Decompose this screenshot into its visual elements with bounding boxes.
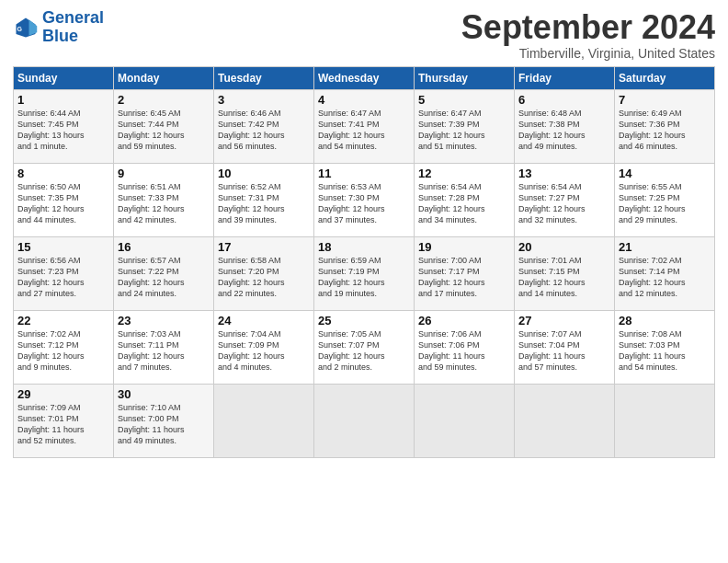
- day-number: 11: [318, 167, 410, 180]
- table-row: [615, 384, 715, 457]
- table-row: 3Sunrise: 6:46 AM Sunset: 7:42 PM Daylig…: [214, 89, 314, 163]
- day-number: 7: [619, 93, 711, 107]
- table-row: 7Sunrise: 6:49 AM Sunset: 7:36 PM Daylig…: [615, 89, 715, 163]
- cell-content: Sunrise: 6:52 AM Sunset: 7:31 PM Dayligh…: [218, 181, 310, 226]
- location-subtitle: Timberville, Virginia, United States: [461, 46, 715, 61]
- cell-content: Sunrise: 6:47 AM Sunset: 7:41 PM Dayligh…: [318, 108, 410, 153]
- cell-content: Sunrise: 6:54 AM Sunset: 7:27 PM Dayligh…: [518, 181, 610, 226]
- day-number: 27: [518, 314, 610, 327]
- table-row: 1Sunrise: 6:44 AM Sunset: 7:45 PM Daylig…: [14, 89, 114, 163]
- cell-content: Sunrise: 7:00 AM Sunset: 7:17 PM Dayligh…: [418, 255, 510, 300]
- title-block: September 2024 Timberville, Virginia, Un…: [461, 9, 715, 61]
- table-row: 19Sunrise: 7:00 AM Sunset: 7:17 PM Dayli…: [415, 236, 515, 310]
- table-row: 14Sunrise: 6:55 AM Sunset: 7:25 PM Dayli…: [615, 163, 715, 236]
- table-row: 26Sunrise: 7:06 AM Sunset: 7:06 PM Dayli…: [415, 310, 515, 384]
- table-row: 21Sunrise: 7:02 AM Sunset: 7:14 PM Dayli…: [615, 236, 715, 310]
- logo: G General Blue: [13, 9, 104, 46]
- cell-content: Sunrise: 7:10 AM Sunset: 7:00 PM Dayligh…: [118, 402, 210, 447]
- table-row: 24Sunrise: 7:04 AM Sunset: 7:09 PM Dayli…: [214, 310, 314, 384]
- table-row: 28Sunrise: 7:08 AM Sunset: 7:03 PM Dayli…: [615, 310, 715, 384]
- day-number: 15: [17, 240, 109, 254]
- table-row: 13Sunrise: 6:54 AM Sunset: 7:27 PM Dayli…: [515, 163, 615, 236]
- table-row: 12Sunrise: 6:54 AM Sunset: 7:28 PM Dayli…: [415, 163, 515, 236]
- table-row: 15Sunrise: 6:56 AM Sunset: 7:23 PM Dayli…: [14, 236, 114, 310]
- day-number: 29: [17, 387, 109, 401]
- day-number: 16: [118, 240, 210, 254]
- day-number: 25: [318, 314, 410, 327]
- day-number: 10: [218, 167, 310, 180]
- cell-content: Sunrise: 7:03 AM Sunset: 7:11 PM Dayligh…: [118, 328, 210, 373]
- day-number: 4: [318, 93, 410, 107]
- cell-content: Sunrise: 6:53 AM Sunset: 7:30 PM Dayligh…: [318, 181, 410, 226]
- day-number: 13: [518, 167, 610, 180]
- day-number: 8: [17, 167, 109, 180]
- cell-content: Sunrise: 7:02 AM Sunset: 7:12 PM Dayligh…: [17, 328, 109, 373]
- table-row: [515, 384, 615, 457]
- cell-content: Sunrise: 6:48 AM Sunset: 7:38 PM Dayligh…: [518, 108, 610, 153]
- cell-content: Sunrise: 6:45 AM Sunset: 7:44 PM Dayligh…: [118, 108, 210, 153]
- table-row: 9Sunrise: 6:51 AM Sunset: 7:33 PM Daylig…: [114, 163, 214, 236]
- table-row: 20Sunrise: 7:01 AM Sunset: 7:15 PM Dayli…: [515, 236, 615, 310]
- cell-content: Sunrise: 7:07 AM Sunset: 7:04 PM Dayligh…: [518, 328, 610, 373]
- cell-content: Sunrise: 7:04 AM Sunset: 7:09 PM Dayligh…: [218, 328, 310, 373]
- day-number: 3: [218, 93, 310, 107]
- day-number: 9: [118, 167, 210, 180]
- cell-content: Sunrise: 6:50 AM Sunset: 7:35 PM Dayligh…: [17, 181, 109, 226]
- header-friday: Friday: [515, 66, 615, 89]
- day-number: 30: [118, 387, 210, 401]
- table-row: [314, 384, 415, 457]
- calendar-container: G General Blue September 2024 Timbervill…: [0, 0, 728, 464]
- cell-content: Sunrise: 7:09 AM Sunset: 7:01 PM Dayligh…: [17, 402, 109, 447]
- day-number: 1: [17, 93, 109, 107]
- day-number: 26: [418, 314, 510, 327]
- table-row: 6Sunrise: 6:48 AM Sunset: 7:38 PM Daylig…: [515, 89, 615, 163]
- cell-content: Sunrise: 7:08 AM Sunset: 7:03 PM Dayligh…: [619, 328, 711, 373]
- cell-content: Sunrise: 7:05 AM Sunset: 7:07 PM Dayligh…: [318, 328, 410, 373]
- cell-content: Sunrise: 6:46 AM Sunset: 7:42 PM Dayligh…: [218, 108, 310, 153]
- cell-content: Sunrise: 6:54 AM Sunset: 7:28 PM Dayligh…: [418, 181, 510, 226]
- cell-content: Sunrise: 6:47 AM Sunset: 7:39 PM Dayligh…: [418, 108, 510, 153]
- header-monday: Monday: [114, 66, 214, 89]
- cell-content: Sunrise: 6:59 AM Sunset: 7:19 PM Dayligh…: [318, 255, 410, 300]
- table-row: 25Sunrise: 7:05 AM Sunset: 7:07 PM Dayli…: [314, 310, 415, 384]
- cell-content: Sunrise: 6:56 AM Sunset: 7:23 PM Dayligh…: [17, 255, 109, 300]
- table-row: 18Sunrise: 6:59 AM Sunset: 7:19 PM Dayli…: [314, 236, 415, 310]
- calendar-body: 1Sunrise: 6:44 AM Sunset: 7:45 PM Daylig…: [14, 89, 715, 457]
- table-row: [214, 384, 314, 457]
- header-tuesday: Tuesday: [214, 66, 314, 89]
- svg-marker-1: [29, 19, 38, 36]
- table-row: 2Sunrise: 6:45 AM Sunset: 7:44 PM Daylig…: [114, 89, 214, 163]
- day-number: 12: [418, 167, 510, 180]
- day-number: 2: [118, 93, 210, 107]
- day-number: 17: [218, 240, 310, 254]
- cell-content: Sunrise: 7:02 AM Sunset: 7:14 PM Dayligh…: [619, 255, 711, 300]
- cell-content: Sunrise: 7:01 AM Sunset: 7:15 PM Dayligh…: [518, 255, 610, 300]
- cell-content: Sunrise: 6:55 AM Sunset: 7:25 PM Dayligh…: [619, 181, 711, 226]
- cell-content: Sunrise: 6:58 AM Sunset: 7:20 PM Dayligh…: [218, 255, 310, 300]
- cell-content: Sunrise: 6:49 AM Sunset: 7:36 PM Dayligh…: [619, 108, 711, 153]
- header-saturday: Saturday: [615, 66, 715, 89]
- logo-text: General Blue: [42, 9, 104, 46]
- day-number: 5: [418, 93, 510, 107]
- table-row: 10Sunrise: 6:52 AM Sunset: 7:31 PM Dayli…: [214, 163, 314, 236]
- table-row: 29Sunrise: 7:09 AM Sunset: 7:01 PM Dayli…: [14, 384, 114, 457]
- table-row: 5Sunrise: 6:47 AM Sunset: 7:39 PM Daylig…: [415, 89, 515, 163]
- table-row: 16Sunrise: 6:57 AM Sunset: 7:22 PM Dayli…: [114, 236, 214, 310]
- cell-content: Sunrise: 6:44 AM Sunset: 7:45 PM Dayligh…: [17, 108, 109, 153]
- table-row: 8Sunrise: 6:50 AM Sunset: 7:35 PM Daylig…: [14, 163, 114, 236]
- header-row: G General Blue September 2024 Timbervill…: [13, 9, 715, 61]
- table-row: 22Sunrise: 7:02 AM Sunset: 7:12 PM Dayli…: [14, 310, 114, 384]
- day-number: 19: [418, 240, 510, 254]
- day-number: 6: [518, 93, 610, 107]
- table-row: [415, 384, 515, 457]
- day-number: 28: [619, 314, 711, 327]
- day-number: 21: [619, 240, 711, 254]
- day-number: 14: [619, 167, 711, 180]
- table-row: 23Sunrise: 7:03 AM Sunset: 7:11 PM Dayli…: [114, 310, 214, 384]
- cell-content: Sunrise: 6:57 AM Sunset: 7:22 PM Dayligh…: [118, 255, 210, 300]
- day-number: 24: [218, 314, 310, 327]
- header-thursday: Thursday: [415, 66, 515, 89]
- cell-content: Sunrise: 7:06 AM Sunset: 7:06 PM Dayligh…: [418, 328, 510, 373]
- table-row: 17Sunrise: 6:58 AM Sunset: 7:20 PM Dayli…: [214, 236, 314, 310]
- table-row: 11Sunrise: 6:53 AM Sunset: 7:30 PM Dayli…: [314, 163, 415, 236]
